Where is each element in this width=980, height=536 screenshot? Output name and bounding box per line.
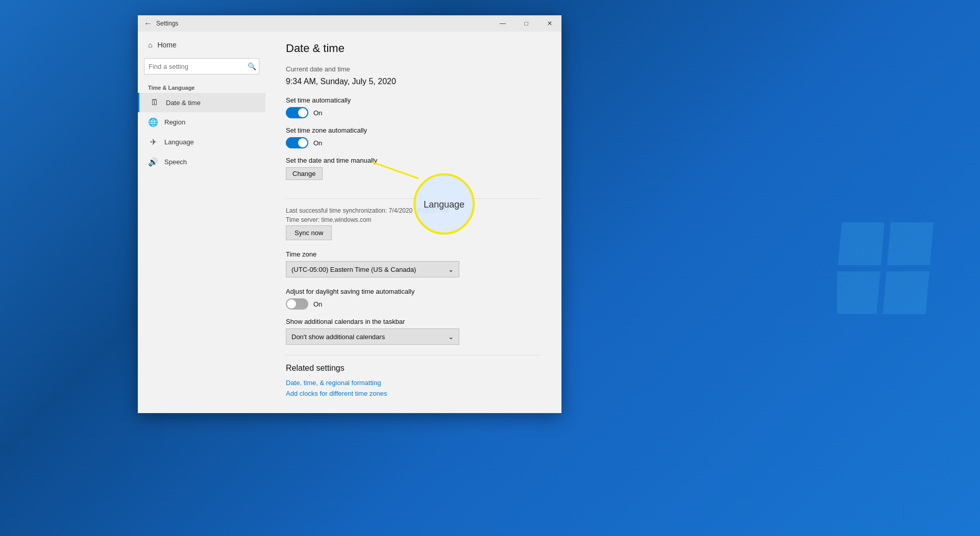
window-body: ⌂ Home 🔍 Time & Language 🗓 Date & time 🌐… (138, 32, 561, 413)
date-time-icon: 🗓 (150, 98, 160, 107)
main-content: Date & time Current date and time 9:34 A… (265, 32, 561, 413)
sidebar-item-region[interactable]: 🌐 Region (138, 112, 265, 132)
change-button[interactable]: Change (286, 167, 323, 180)
set-timezone-auto-toggle[interactable] (286, 137, 308, 148)
sync-now-button[interactable]: Sync now (286, 225, 332, 240)
sidebar-label-date-time: Date & time (166, 99, 201, 107)
divider-1 (286, 198, 541, 199)
calendar-value: Don't show additional calendars (291, 333, 385, 341)
set-time-auto-toggle[interactable] (286, 107, 308, 118)
daylight-toggle-row: On (286, 298, 541, 310)
sidebar: ⌂ Home 🔍 Time & Language 🗓 Date & time 🌐… (138, 32, 265, 413)
sidebar-label-speech: Speech (164, 158, 187, 166)
daylight-label: Adjust for daylight saving time automati… (286, 288, 541, 295)
timezone-row: Time zone (UTC-05:00) Eastern Time (US &… (286, 250, 541, 277)
close-button[interactable]: ✕ (538, 15, 561, 32)
home-icon: ⌂ (148, 41, 152, 49)
speech-icon: 🔊 (148, 157, 158, 167)
window-title: Settings (156, 20, 178, 27)
settings-window: ← Settings — □ ✕ ⌂ Home 🔍 Time & Languag… (138, 15, 561, 413)
sidebar-label-region: Region (164, 118, 185, 126)
calendar-label: Show additional calendars in the taskbar (286, 318, 541, 325)
language-icon: ✈ (148, 137, 158, 147)
timezone-value: (UTC-05:00) Eastern Time (US & Canada) (291, 266, 416, 273)
region-icon: 🌐 (148, 117, 158, 127)
svg-rect-3 (838, 222, 885, 265)
set-timezone-auto-label: Set time zone automatically (286, 126, 541, 134)
related-settings-title: Related settings (286, 364, 541, 373)
related-link-1[interactable]: Date, time, & regional formatting (286, 379, 541, 387)
maximize-button[interactable]: □ (514, 15, 538, 32)
svg-rect-6 (883, 271, 929, 314)
timezone-dropdown[interactable]: (UTC-05:00) Eastern Time (US & Canada) ⌄ (286, 261, 459, 277)
set-timezone-auto-state: On (313, 139, 322, 147)
set-manual-label: Set the date and time manually (286, 157, 541, 164)
related-link-2[interactable]: Add clocks for different time zones (286, 390, 541, 397)
page-title: Date & time (286, 42, 541, 55)
sidebar-home[interactable]: ⌂ Home (138, 36, 265, 54)
title-bar-left: ← Settings (144, 19, 178, 28)
divider-2 (286, 355, 541, 355)
minimize-button[interactable]: — (491, 15, 514, 32)
set-time-auto-label: Set time automatically (286, 96, 541, 104)
home-label: Home (157, 41, 176, 49)
current-section-title: Current date and time (286, 65, 541, 73)
search-box: 🔍 (144, 58, 259, 74)
set-timezone-auto-row: On (286, 137, 541, 148)
timezone-chevron-icon: ⌄ (448, 266, 454, 273)
sync-server: Time server: time.windows.com (286, 216, 541, 223)
current-time-display: 9:34 AM, Sunday, July 5, 2020 (286, 77, 541, 86)
back-button[interactable]: ← (144, 19, 152, 28)
windows-logo-decoration (837, 217, 939, 319)
set-time-auto-row: On (286, 107, 541, 118)
set-time-auto-state: On (313, 109, 322, 117)
title-bar: ← Settings — □ ✕ (138, 15, 561, 32)
sidebar-item-speech[interactable]: 🔊 Speech (138, 152, 265, 172)
calendar-dropdown[interactable]: Don't show additional calendars ⌄ (286, 328, 459, 345)
title-bar-controls: — □ ✕ (491, 15, 561, 32)
timezone-label: Time zone (286, 250, 541, 258)
calendar-chevron-icon: ⌄ (448, 333, 454, 341)
svg-rect-4 (887, 222, 934, 265)
sidebar-label-language: Language (164, 138, 194, 146)
sync-detail: Last successful time synchronization: 7/… (286, 207, 541, 214)
daylight-state: On (313, 300, 322, 308)
sidebar-item-date-time[interactable]: 🗓 Date & time (138, 93, 265, 112)
search-input[interactable] (144, 58, 259, 74)
svg-rect-5 (837, 271, 880, 314)
daylight-toggle[interactable] (286, 298, 308, 310)
search-icon: 🔍 (248, 62, 256, 70)
calendar-row: Show additional calendars in the taskbar… (286, 318, 541, 345)
sidebar-item-language[interactable]: ✈ Language (138, 132, 265, 152)
sidebar-category: Time & Language (138, 79, 265, 93)
